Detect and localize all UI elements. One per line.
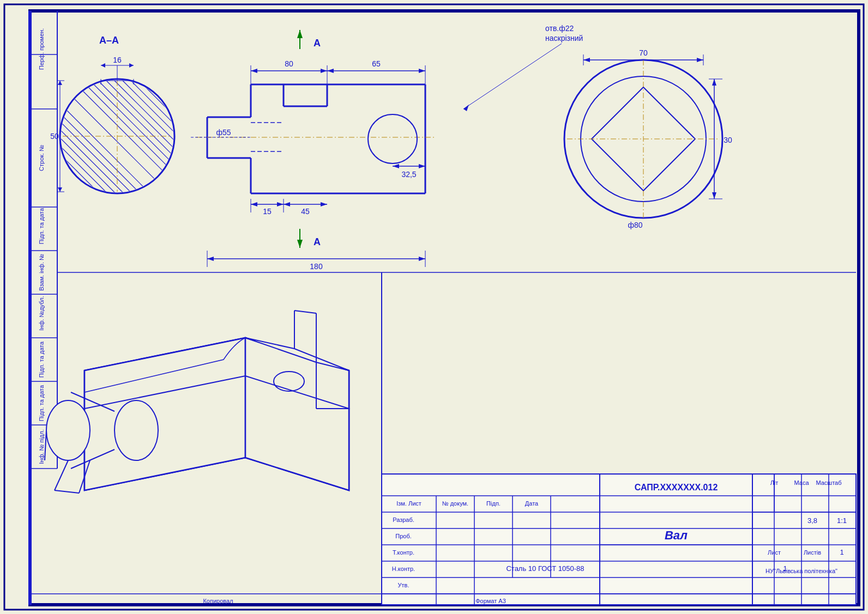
svg-rect-131 (382, 474, 856, 605)
organization: НУ"Львівська політехніка" (765, 568, 837, 574)
section-a-bottom: А (314, 236, 321, 247)
dim-15-label: 15 (263, 207, 272, 216)
left-label-podp3: Підп. та дата (38, 385, 45, 421)
left-label-inf2: Інф. № підл. (38, 429, 45, 464)
sheet-value: 1 (783, 564, 787, 573)
row-n-kontr: Н.контр. (392, 566, 415, 572)
left-label-podp2: Підп. та дата (38, 341, 45, 378)
section-label: А–А (99, 35, 119, 46)
dim-80-label: 80 (285, 59, 293, 68)
mass-value: 3,8 (807, 516, 817, 525)
dim-180-label: 180 (310, 262, 323, 271)
svg-point-116 (114, 400, 158, 460)
dim-32-5-label: 32,5 (401, 170, 416, 179)
col-data: Дата (525, 500, 539, 507)
row-razrab: Разраб. (393, 516, 414, 523)
row-prob: Проб. (395, 533, 412, 539)
col-no-dokum: № докум. (442, 500, 468, 507)
dim-70-label: 70 (639, 48, 648, 57)
col-massa: Маса (794, 479, 809, 486)
section-a-top: А (314, 38, 321, 48)
part-title: Вал (665, 528, 688, 542)
col-masshtab: Масштаб (816, 479, 841, 486)
dim-phi80-label: ф80 (628, 221, 642, 229)
copied-label: Копировал (203, 598, 233, 604)
drawing-area: Перф. промен. Строк. № Підп. та дата Вза… (0, 0, 868, 614)
col-izm: Ізм. Лист (396, 500, 421, 507)
dim-30-label: 30 (724, 136, 732, 144)
left-label-vzam: Взам. інф. № (38, 254, 45, 291)
dim-16: 16 (113, 56, 122, 64)
scale-value: 1:1 (837, 516, 847, 525)
col-list: Лист (768, 549, 781, 556)
col-listov: Листів (804, 549, 821, 556)
dim-phi55-label: ф55 (216, 128, 231, 137)
dim-naskvoz: наскрізний (545, 34, 583, 42)
dim-50: 50 (50, 132, 59, 141)
row-utv: Утв. (398, 582, 409, 588)
document-code: САПР.XXXXXXX.012 (635, 483, 718, 492)
dim-45-label: 45 (301, 207, 310, 216)
left-label-inf: Інф. №дубл. (38, 296, 45, 330)
left-label-strok: Строк. № (38, 145, 45, 171)
material-value: Сталь 10 ГОСТ 1050-88 (506, 564, 584, 573)
format-label: Формат А3 (475, 598, 506, 604)
dim-65-label: 65 (372, 59, 381, 68)
row-t-kontr: Т.контр. (393, 549, 414, 556)
svg-point-119 (46, 400, 90, 460)
left-label-podp: Підп. та дата (38, 208, 45, 244)
left-label-perf: Перф. промен. (38, 28, 45, 70)
sheets-value: 1 (840, 548, 843, 556)
dim-otv-phi22: отв.ф22 (545, 24, 574, 33)
col-podp: Підп. (486, 500, 501, 507)
